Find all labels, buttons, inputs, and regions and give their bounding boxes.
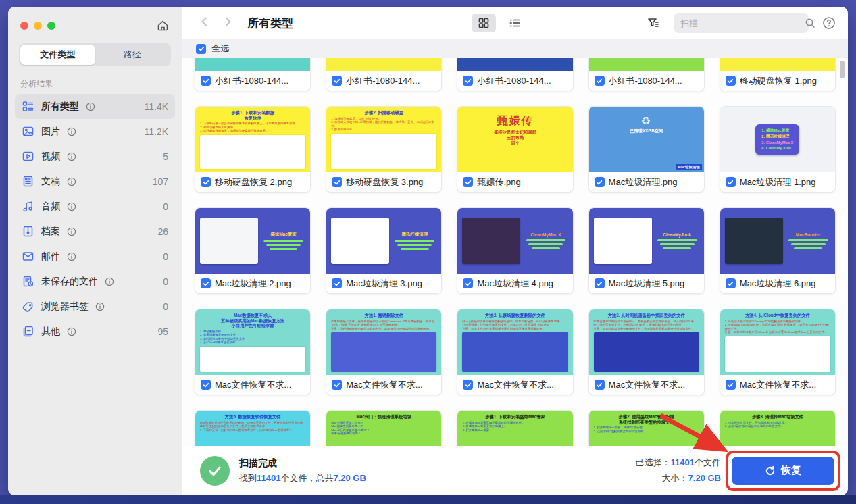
select-all-bar: 全选	[182, 39, 848, 58]
main-panel: 所有类型	[182, 7, 848, 495]
file-thumbnail: Mac窍门：快速清理系统垃圾Mac卡顿反应慢怎么办？ Mac磁盘空间莫名变小？ …	[326, 411, 441, 446]
file-checkbox[interactable]	[595, 76, 605, 86]
file-card[interactable]: 方法2. 从废纸篓恢复删除的文件Mac上删除的文件会被保存到废纸篓中，如果没有清…	[457, 309, 573, 395]
window-titlebar	[8, 7, 182, 32]
file-name: 小红书-1080-144...	[477, 75, 551, 87]
scrollbar-thumb[interactable]	[840, 61, 845, 78]
sidebar-item-7[interactable]: 未保存的文件 0	[15, 269, 175, 294]
list-view-icon[interactable]	[503, 14, 527, 32]
file-card[interactable]: 步骤2. 使用盛炫Mac管家扫描 系统找到所有类型的垃圾文件1. 打开盛炫Mac…	[588, 410, 705, 446]
filter-icon[interactable]	[647, 16, 660, 30]
file-checkbox[interactable]	[595, 278, 605, 288]
all-types-icon	[22, 100, 34, 113]
select-all-checkbox[interactable]	[196, 44, 206, 54]
file-checkbox[interactable]	[201, 177, 211, 187]
file-checkbox[interactable]	[332, 76, 342, 86]
home-icon[interactable]	[156, 19, 170, 32]
file-card[interactable]: 步骤2. 扫描移动硬盘1. 选择移动硬盘后，点击“扫描”按钮。 2. 自动进入快…	[326, 106, 442, 193]
sidebar-item-9[interactable]: 其他 95	[15, 319, 175, 344]
file-checkbox[interactable]	[332, 278, 342, 288]
recover-button[interactable]: 恢复	[732, 457, 834, 485]
toolbar: 所有类型	[182, 7, 848, 39]
file-card[interactable]: 方法1. 撤销删除文件如果刚删除了文件，在文件删除的位置按住Command+Z即…	[326, 309, 442, 395]
file-checkbox[interactable]	[463, 76, 473, 86]
forward-icon[interactable]	[222, 16, 234, 30]
file-checkbox[interactable]	[463, 278, 473, 288]
info-icon	[67, 252, 76, 261]
sidebar-item-2[interactable]: 视频 5	[15, 144, 175, 169]
file-card[interactable]: 甄嬛传崔槿汐是舒太妃和果郡 王的布局 吗？ 甄嬛传.png	[457, 106, 573, 193]
file-card[interactable]: 腾讯柠檬清理 Mac垃圾清理 3.png	[326, 207, 442, 294]
scan-status-title: 扫描完成	[239, 457, 366, 470]
file-name: Mac文件恢复不求...	[346, 379, 422, 391]
file-thumbnail	[326, 58, 441, 71]
info-icon	[105, 277, 114, 286]
sidebar-item-3[interactable]: 文稿 107	[15, 169, 175, 194]
file-checkbox[interactable]	[463, 177, 473, 187]
file-card[interactable]: MacBooster Mac垃圾清理 6.png	[720, 207, 836, 294]
sidebar-item-4[interactable]: 音频 0	[15, 194, 175, 219]
file-card[interactable]: Mac数据恢复不求人 五种超级实用的Mac数据恢复方法 小白用户也可轻松掌握1.…	[195, 309, 311, 395]
help-icon[interactable]	[822, 16, 836, 30]
search-field[interactable]	[674, 13, 809, 33]
file-name: Mac垃圾清理.png	[609, 176, 678, 188]
file-name: Mac文件恢复不求...	[477, 379, 553, 391]
file-name: Mac垃圾清理 1.png	[740, 176, 816, 188]
tab-file-type[interactable]: 文件类型	[20, 45, 95, 65]
file-card[interactable]: CleanMyMac X Mac垃圾清理 4.png	[457, 207, 573, 294]
file-card[interactable]: CleanMyJunk Mac垃圾清理 5.png	[588, 207, 705, 294]
page-title: 所有类型	[247, 16, 293, 31]
select-all-label: 全选	[211, 43, 229, 55]
document-icon	[22, 175, 34, 188]
zoom-window-button[interactable]	[47, 22, 55, 30]
close-window-button[interactable]	[20, 22, 28, 30]
file-card[interactable]: 1. 盛炫Mac管家2. 腾讯柠檬清理3. CleanMyMac X4. Cle…	[720, 106, 836, 193]
file-card[interactable]: 小红书-1080-144...	[588, 58, 705, 91]
file-checkbox[interactable]	[726, 76, 736, 86]
file-checkbox[interactable]	[726, 278, 736, 288]
search-input[interactable]	[680, 18, 799, 28]
file-checkbox[interactable]	[332, 380, 342, 390]
back-icon[interactable]	[199, 16, 211, 30]
file-thumbnail: 1. 盛炫Mac管家2. 腾讯柠檬清理3. CleanMyMac X4. Cle…	[720, 107, 835, 172]
file-card[interactable]: 步骤1. 下载和安装盛炫Mac管家1. 在盛炫Mac管家官网下载这款垃圾清理软件…	[457, 410, 573, 446]
file-card[interactable]: 方法4. 从iCloud中恢复丢失的文件1. 可在访达侧边栏的“iCloud云盘…	[720, 309, 836, 395]
file-checkbox[interactable]	[332, 177, 342, 187]
file-thumbnail: 甄嬛传崔槿汐是舒太妃和果郡 王的布局 吗？	[457, 107, 572, 172]
sidebar-item-label: 浏览器书签	[41, 301, 89, 313]
archive-icon	[22, 225, 34, 238]
search-icon[interactable]	[805, 18, 815, 28]
sidebar-item-0[interactable]: 所有类型 11.4K	[15, 94, 175, 119]
file-card[interactable]: Mac窍门：快速清理系统垃圾Mac卡顿反应慢怎么办？ Mac磁盘空间莫名变小？ …	[326, 410, 442, 446]
sidebar-item-6[interactable]: 邮件 0	[15, 244, 175, 269]
file-checkbox[interactable]	[595, 380, 605, 390]
file-card[interactable]: 步骤3. 清理掉Mac垃圾文件1. 预览所有垃圾文件，可勾选或者不勾选垃圾。 2…	[720, 410, 836, 446]
file-card[interactable]: 小红书-1080-144...	[195, 58, 311, 91]
file-thumbnail: 方法3. 从时间机器备份中找回丢失的文件如果曾使用过时间机器备份Mac，且备份有…	[589, 309, 704, 375]
file-checkbox[interactable]	[463, 380, 473, 390]
audio-icon	[22, 200, 34, 213]
grid-view-icon[interactable]	[472, 14, 496, 32]
file-checkbox[interactable]	[595, 177, 605, 187]
file-card[interactable]: 方法5. 数据恢复软件恢复文件Mac数据恢复软件可恢复已经删除、错报或丢失的文件…	[195, 410, 311, 446]
file-card[interactable]: ♻已清理XXGB空间Mac垃圾清理 Mac垃圾清理.png	[588, 106, 705, 193]
file-name: 小红书-1080-144...	[346, 75, 420, 87]
file-card[interactable]: 小红书-1080-144...	[457, 58, 573, 91]
mail-icon	[22, 250, 34, 263]
file-checkbox[interactable]	[726, 380, 736, 390]
file-checkbox[interactable]	[201, 380, 211, 390]
file-card[interactable]: 小红书-1080-144...	[326, 58, 442, 91]
sidebar-item-1[interactable]: 图片 11.2K	[15, 119, 175, 144]
file-checkbox[interactable]	[726, 177, 736, 187]
file-card[interactable]: 盛炫Mac管家 Mac垃圾清理 2.png	[195, 207, 311, 294]
sidebar-item-8[interactable]: 浏览器书签 0	[15, 294, 175, 319]
tab-path[interactable]: 路径	[95, 45, 170, 65]
file-checkbox[interactable]	[201, 278, 211, 288]
file-thumbnail: 步骤1. 下载和安装盛炫Mac管家1. 在盛炫Mac管家官网下载这款垃圾清理软件…	[457, 411, 572, 446]
file-card[interactable]: 移动硬盘恢复 1.png	[720, 58, 836, 91]
sidebar-item-5[interactable]: 档案 26	[15, 219, 175, 244]
file-card[interactable]: 方法3. 从时间机器备份中找回丢失的文件如果曾使用过时间机器备份Mac，且备份有…	[588, 309, 705, 395]
file-card[interactable]: 步骤1. 下载和安装数据 恢复软件1. 下载和安装一款合适的数据恢复软件到电脑上…	[195, 106, 311, 193]
minimize-window-button[interactable]	[34, 22, 42, 30]
file-checkbox[interactable]	[201, 76, 211, 86]
